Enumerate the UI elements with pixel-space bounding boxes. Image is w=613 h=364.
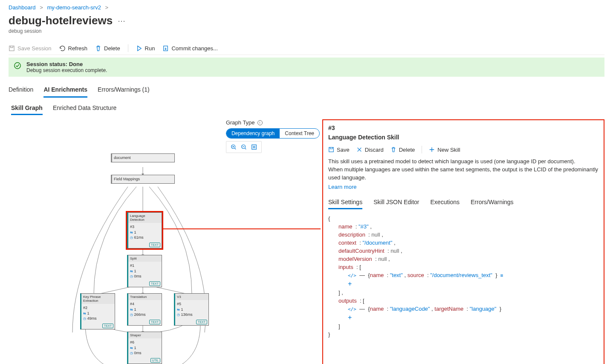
run-button[interactable]: Run — [136, 45, 155, 52]
toggle-dependency-graph[interactable]: Dependency graph — [226, 129, 280, 138]
status-bar: Session status: Done Debug session execu… — [9, 58, 604, 77]
check-circle-icon — [14, 62, 21, 69]
breadcrumb-resource[interactable]: my-demo-search-srv2 — [47, 4, 101, 11]
skill-graph-canvas[interactable]: Graph Type i Dependency graph Context Tr… — [9, 119, 320, 364]
info-icon[interactable]: i — [257, 120, 263, 125]
detail-description-1: This skill uses a pretrained model to de… — [328, 158, 599, 166]
refresh-icon — [59, 45, 66, 52]
svg-rect-0 — [9, 46, 14, 50]
svg-point-2 — [14, 63, 20, 69]
subtab-skill-graph[interactable]: Skill Graph — [11, 102, 43, 115]
plus-icon — [429, 147, 435, 153]
graph-edges — [9, 136, 320, 364]
save-icon — [9, 45, 15, 52]
detail-new-skill-button[interactable]: New Skill — [429, 147, 460, 153]
status-title: Session status: Done — [26, 61, 107, 67]
trash-icon — [95, 45, 101, 52]
list-icon[interactable]: ≡ — [500, 273, 503, 278]
skill-json-view: { name : "#3" , description : null , con… — [328, 209, 599, 344]
tab-ai-enrichments[interactable]: AI Enrichments — [43, 83, 87, 98]
zoom-out-icon[interactable] — [241, 144, 247, 150]
play-icon — [136, 45, 142, 52]
graph-type-label: Graph Type — [226, 119, 255, 126]
page-title: debug-hotelreviews — [9, 14, 113, 27]
more-actions-icon[interactable]: ⋯ — [118, 16, 125, 26]
toolbar: Save Session Refresh Delete Run Commit c… — [9, 42, 604, 55]
dtab-json-editor[interactable]: Skill JSON Editor — [373, 196, 419, 209]
sub-tabs: Skill Graph Enriched Data Structure — [9, 102, 604, 115]
breadcrumb-dashboard[interactable]: Dashboard — [9, 4, 36, 11]
main-tabs: Definition AI Enrichments Errors/Warning… — [9, 83, 604, 98]
separator — [128, 44, 128, 52]
toggle-context-tree[interactable]: Context Tree — [280, 129, 319, 138]
save-session-button[interactable]: Save Session — [9, 45, 52, 52]
delete-button[interactable]: Delete — [95, 45, 120, 52]
node-translation[interactable]: Translation #4⇆ 1◷ 266ms TEXT — [127, 293, 162, 326]
graph-type-toggle[interactable]: Dependency graph Context Tree — [226, 128, 320, 139]
node-shaper[interactable]: Shaper #6⇆ 1◷ 0ms UTIL — [127, 332, 162, 364]
node-split[interactable]: Split #1⇆ 1◷ 0ms TEXT — [127, 255, 162, 287]
code-icon[interactable]: </> — [348, 306, 356, 312]
subtab-enriched-data[interactable]: Enriched Data Structure — [53, 102, 116, 115]
detail-save-button[interactable]: Save — [328, 147, 350, 153]
page-subtitle: debug session — [9, 28, 604, 34]
highlight-connector — [162, 228, 321, 229]
separator — [422, 146, 422, 153]
node-field-mappings[interactable]: Field Mappings — [111, 175, 175, 184]
close-icon — [356, 147, 362, 153]
tab-errors[interactable]: Errors/Warnings (1) — [98, 83, 150, 98]
dtab-executions[interactable]: Executions — [431, 196, 460, 209]
code-icon[interactable]: </> — [348, 273, 356, 278]
breadcrumb: Dashboard > my-demo-search-srv2 > — [9, 4, 604, 11]
commit-icon — [162, 45, 169, 52]
tab-definition[interactable]: Definition — [9, 83, 33, 98]
status-subtitle: Debug session execution complete. — [26, 67, 107, 73]
node-language-detection[interactable]: Language Detection #3 ⇆ 1 ◷ 61ms TEXT — [127, 212, 162, 248]
add-output-button[interactable]: + — [348, 314, 352, 321]
detail-skill-name: Language Detection Skill — [328, 134, 599, 141]
detail-discard-button[interactable]: Discard — [356, 147, 384, 153]
refresh-button[interactable]: Refresh — [59, 45, 88, 52]
fit-icon[interactable] — [251, 144, 257, 150]
learn-more-link[interactable]: Learn more — [328, 184, 356, 190]
dtab-errors[interactable]: Errors/Warnings — [471, 196, 514, 209]
node-v3[interactable]: V3 #5⇆ 1◷ 136ms TEXT — [174, 293, 209, 326]
dtab-skill-settings[interactable]: Skill Settings — [328, 196, 362, 209]
skill-detail-panel: #3 Language Detection Skill Save Discard… — [322, 119, 604, 364]
detail-description-2: When multiple languages are used within … — [328, 166, 599, 182]
detail-delete-button[interactable]: Delete — [390, 147, 415, 153]
detail-id: #3 — [328, 124, 599, 131]
svg-rect-5 — [252, 145, 257, 150]
save-icon — [328, 147, 334, 153]
svg-rect-6 — [329, 147, 334, 152]
node-document[interactable]: document — [111, 153, 175, 162]
commit-button[interactable]: Commit changes... — [162, 45, 217, 52]
node-key-phrase-extraction[interactable]: Key Phrase Extraction #2⇆ 1◷ 49ms TEXT — [80, 293, 115, 329]
add-input-button[interactable]: + — [348, 280, 352, 287]
zoom-in-icon[interactable] — [231, 144, 237, 150]
trash-icon — [390, 147, 396, 153]
